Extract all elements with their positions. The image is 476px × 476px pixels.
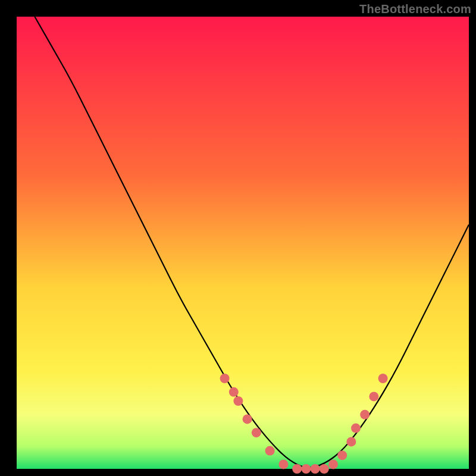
watermark-text: TheBottleneck.com bbox=[359, 2, 471, 16]
bottleneck-chart bbox=[0, 0, 476, 476]
marker-dot bbox=[378, 374, 388, 383]
chart-frame: TheBottleneck.com bbox=[0, 0, 476, 476]
marker-dot bbox=[360, 410, 369, 419]
marker-dot bbox=[328, 459, 338, 469]
marker-dot bbox=[243, 414, 252, 424]
marker-dot bbox=[337, 450, 347, 460]
marker-dot bbox=[311, 464, 320, 474]
marker-dot bbox=[229, 387, 239, 397]
marker-dot bbox=[252, 428, 261, 437]
marker-dot bbox=[351, 424, 361, 433]
marker-dot bbox=[278, 459, 288, 469]
marker-dot bbox=[346, 437, 356, 446]
marker-dot bbox=[265, 446, 275, 456]
marker-dot bbox=[320, 464, 329, 474]
marker-dot bbox=[292, 464, 302, 474]
marker-dot bbox=[301, 464, 311, 474]
marker-dot bbox=[233, 396, 243, 406]
marker-dot bbox=[369, 392, 378, 401]
marker-dot bbox=[220, 374, 230, 383]
